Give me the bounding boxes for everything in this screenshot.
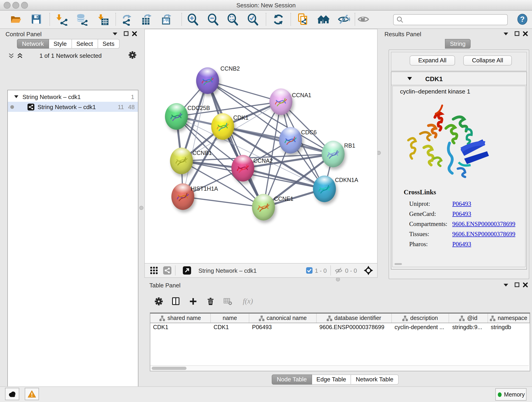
warnings-button[interactable]: [25, 388, 39, 400]
table-hscrollbar[interactable]: [150, 365, 529, 371]
help-button[interactable]: ?: [515, 12, 530, 27]
table-cell[interactable]: stringdb:9...: [450, 323, 488, 332]
hide-selected-button[interactable]: [336, 12, 351, 27]
crosslink-link[interactable]: 9606.ENSP00000378699: [452, 229, 515, 239]
network-options-gear-icon[interactable]: [128, 51, 137, 61]
zoom-selected-button[interactable]: [245, 12, 260, 27]
panel-close-icon[interactable]: [523, 31, 528, 36]
home-button[interactable]: [316, 12, 331, 27]
network-node-cdk1[interactable]: [211, 113, 234, 140]
tab-select[interactable]: Select: [72, 39, 98, 49]
tab-string[interactable]: String: [445, 39, 471, 49]
panel-float-icon[interactable]: [515, 282, 520, 287]
selected-checkbox-icon[interactable]: [306, 267, 312, 274]
network-node-ccna2[interactable]: [231, 155, 254, 182]
panel-close-icon[interactable]: [132, 31, 137, 36]
table-panel-title: Table Panel: [149, 282, 181, 289]
show-all-button[interactable]: [356, 12, 371, 27]
left-splitter-handle[interactable]: [139, 206, 143, 210]
delete-column-trash-icon[interactable]: [203, 294, 217, 308]
network-collection-row[interactable]: String Network – cdk1 1: [8, 92, 138, 102]
export-table-button[interactable]: [139, 12, 154, 27]
network-node-ccnb2[interactable]: [196, 67, 219, 94]
crosslink-link[interactable]: 9606.ENSP00000378699: [452, 219, 515, 229]
collapse-all-button[interactable]: Collapse All: [463, 56, 512, 65]
zoom-fit-button[interactable]: [225, 12, 240, 27]
save-session-button[interactable]: [29, 12, 44, 27]
cloud-icon: [7, 390, 17, 397]
network-row-selected[interactable]: String Network – cdk1 11 48: [8, 102, 138, 112]
panel-menu-icon[interactable]: [504, 32, 508, 36]
export-network-button[interactable]: [120, 12, 134, 27]
zoom-out-button[interactable]: [205, 12, 220, 27]
search-input[interactable]: [393, 14, 508, 25]
column-header-namespace[interactable]: namespace: [488, 313, 530, 323]
function-builder-button[interactable]: f(x): [238, 294, 258, 308]
column-header-database-identifier[interactable]: database identifier: [317, 313, 392, 323]
tab-network-table[interactable]: Network Table: [351, 375, 399, 385]
network-node-cdc25b[interactable]: [165, 103, 188, 130]
panel-float-icon[interactable]: [124, 31, 129, 36]
gene-section-header[interactable]: CDK1: [391, 72, 526, 85]
panel-close-icon[interactable]: [523, 282, 528, 287]
column-tree-icon: [259, 315, 264, 321]
open-in-window-icon[interactable]: [183, 266, 191, 274]
string-share-icon[interactable]: [163, 266, 171, 274]
tab-style[interactable]: Style: [49, 39, 72, 49]
delete-table-icon[interactable]: [221, 294, 234, 308]
table-hscrollbar-thumb[interactable]: [152, 367, 186, 370]
table-cell[interactable]: P06493: [249, 323, 317, 332]
panel-menu-icon[interactable]: [504, 284, 508, 287]
refresh-button[interactable]: [271, 12, 285, 27]
network-node-cdc6[interactable]: [279, 127, 302, 153]
crosslink-link[interactable]: P06493: [452, 199, 471, 209]
export-image-button[interactable]: [159, 12, 174, 27]
mini-scroll-thumb[interactable]: [394, 263, 402, 265]
column-header--id[interactable]: @id: [449, 313, 488, 323]
table-cell[interactable]: CDK1: [150, 323, 211, 332]
crosslink-label: GeneCard:: [409, 209, 452, 219]
open-session-button[interactable]: [8, 12, 23, 27]
table-cell[interactable]: cyclin-dependent ...: [392, 323, 450, 332]
pan-crosshair-icon[interactable]: [363, 265, 374, 275]
gene-description: cyclin–dependent kinase 1: [400, 88, 470, 95]
network-node-ccne1[interactable]: [252, 194, 275, 220]
tree-expander-icon[interactable]: [14, 95, 18, 98]
table-cell[interactable]: 9606.ENSP00000378699: [317, 323, 392, 332]
select-columns-icon[interactable]: [169, 294, 183, 308]
expand-all-button[interactable]: Expand All: [410, 56, 455, 65]
main-toolbar: ?: [0, 11, 532, 29]
memory-button[interactable]: Memory: [495, 388, 526, 401]
network-node-ccna1[interactable]: [269, 89, 292, 115]
panel-menu-icon[interactable]: [113, 32, 117, 36]
node-label-cdc25b: CDC25B: [187, 105, 210, 111]
network-canvas[interactable]: CCNB2 CCNA1 CDC25B CDK1 CDC6 RB1: [144, 29, 378, 264]
copy-network-button[interactable]: [296, 12, 310, 27]
table-row[interactable]: CDK1CDK1P064939606.ENSP00000378699cyclin…: [150, 323, 530, 332]
column-header-name[interactable]: name: [211, 313, 249, 323]
panel-float-icon[interactable]: [515, 31, 520, 36]
table-cell[interactable]: stringdb: [488, 323, 530, 332]
network-node-rb1[interactable]: [322, 141, 345, 167]
table-cell[interactable]: CDK1: [211, 323, 249, 332]
tab-edge-table[interactable]: Edge Table: [312, 375, 351, 385]
tab-network[interactable]: Network: [17, 39, 49, 49]
birdseye-grid-icon[interactable]: [150, 267, 158, 274]
table-settings-gear-icon[interactable]: [152, 294, 165, 308]
tab-sets[interactable]: Sets: [98, 39, 119, 49]
tab-node-table[interactable]: Node Table: [272, 375, 312, 385]
network-node-ccnb1[interactable]: [170, 148, 193, 174]
import-network-file-button[interactable]: [55, 12, 69, 27]
add-column-plus-icon[interactable]: [186, 294, 200, 308]
column-header-description[interactable]: description: [392, 313, 449, 323]
cloud-button[interactable]: [5, 388, 19, 400]
crosslink-link[interactable]: P06493: [452, 209, 471, 219]
crosslink-link[interactable]: P06493: [452, 239, 471, 249]
network-node-cdkn1a[interactable]: [313, 176, 336, 202]
import-table-file-button[interactable]: [95, 12, 110, 27]
section-collapse-icon[interactable]: [407, 77, 412, 81]
import-network-database-button[interactable]: [74, 12, 89, 27]
column-header-shared-name[interactable]: shared name: [150, 313, 211, 323]
column-header-canonical-name[interactable]: canonical name: [249, 313, 317, 323]
zoom-in-button[interactable]: [185, 12, 200, 27]
